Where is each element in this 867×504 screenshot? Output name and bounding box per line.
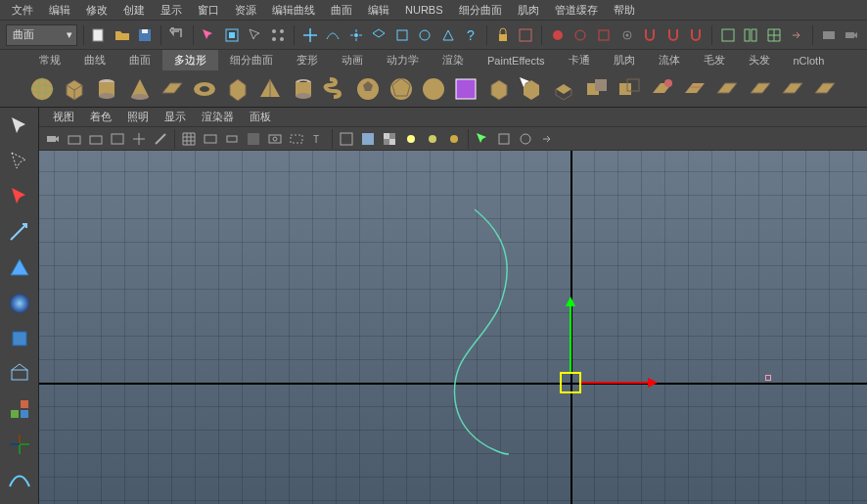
vt-lock-camera-icon[interactable] — [65, 129, 84, 149]
poly-pyramid-icon[interactable] — [256, 74, 285, 104]
snap-grid-icon[interactable] — [300, 24, 320, 46]
poly-combine-icon[interactable] — [484, 74, 513, 104]
view-compass-icon[interactable] — [4, 429, 35, 460]
menu-subdiv[interactable]: 细分曲面 — [451, 1, 510, 20]
poly-extract-icon[interactable] — [517, 74, 545, 104]
select-hierarchy-icon[interactable] — [222, 24, 242, 46]
tab-ncloth[interactable]: nCloth — [782, 52, 837, 69]
camera-icon[interactable] — [843, 24, 862, 46]
render-settings-icon[interactable] — [617, 24, 637, 46]
poly-sphere-icon[interactable] — [27, 74, 56, 104]
magnet-2-icon[interactable] — [663, 24, 683, 46]
tab-polygons[interactable]: 多边形 — [162, 50, 218, 70]
vt-isolate-icon[interactable] — [473, 129, 492, 149]
vt-bookmark-icon[interactable] — [86, 129, 106, 149]
render-frame-icon[interactable] — [548, 24, 568, 46]
poly-torus-icon[interactable] — [191, 74, 219, 104]
menu-help[interactable]: 帮助 — [606, 1, 643, 20]
vt-export-icon[interactable] — [537, 129, 557, 149]
menu-edit2[interactable]: 编辑 — [360, 1, 397, 20]
poly-split-icon[interactable] — [680, 74, 708, 104]
layout-3-icon[interactable] — [764, 24, 784, 46]
make-live-icon[interactable] — [438, 24, 458, 46]
vt-xray-icon[interactable] — [494, 129, 514, 149]
poly-pipe-icon[interactable] — [289, 74, 317, 104]
lasso-tool-icon[interactable] — [4, 147, 35, 178]
poly-merge-icon[interactable] — [713, 74, 742, 104]
vt-2d-pan-icon[interactable] — [129, 129, 149, 149]
vt-grease-icon[interactable] — [151, 129, 170, 149]
poly-cone-icon[interactable] — [125, 74, 154, 104]
snap-plane-icon[interactable] — [369, 24, 388, 46]
scale-tool-icon[interactable] — [4, 288, 35, 319]
open-scene-icon[interactable] — [113, 24, 132, 46]
tab-hair[interactable]: 头发 — [737, 50, 782, 70]
vt-gate-mask-icon[interactable] — [244, 129, 263, 149]
poly-type-icon[interactable] — [419, 74, 447, 104]
layout-2-icon[interactable] — [742, 24, 761, 46]
vmenu-renderer[interactable]: 渲染器 — [194, 108, 242, 126]
poly-plane-icon[interactable] — [158, 74, 186, 104]
vt-xray-joint-icon[interactable] — [516, 129, 535, 149]
snap-live-icon[interactable] — [392, 24, 412, 46]
vt-wireframe-icon[interactable] — [337, 129, 356, 149]
menu-create[interactable]: 创建 — [115, 1, 153, 20]
poly-extrude-icon[interactable] — [550, 74, 578, 104]
show-manip-icon[interactable] — [4, 393, 35, 425]
menu-surface[interactable]: 曲面 — [323, 1, 360, 20]
poly-helix-icon[interactable] — [321, 74, 349, 104]
last-tool-icon[interactable] — [4, 464, 35, 495]
tab-subdiv[interactable]: 细分曲面 — [218, 50, 285, 70]
poly-mirror-icon[interactable] — [811, 74, 840, 104]
menu-assets[interactable]: 资源 — [227, 1, 264, 20]
vmenu-lighting[interactable]: 照明 — [119, 108, 157, 126]
vt-field-chart-icon[interactable] — [265, 129, 285, 149]
menu-edit[interactable]: 编辑 — [41, 1, 78, 20]
vt-light-icon[interactable] — [401, 129, 421, 149]
vt-resolution-gate-icon[interactable] — [222, 129, 242, 149]
poly-append-icon[interactable] — [648, 74, 676, 104]
poly-bevel-icon[interactable] — [746, 74, 774, 104]
save-scene-icon[interactable] — [136, 24, 156, 46]
menu-muscle[interactable]: 肌肉 — [510, 1, 547, 20]
menuset-dropdown[interactable]: 曲面 — [6, 24, 77, 46]
poly-platonic-icon[interactable] — [387, 74, 415, 104]
vt-grid-icon[interactable] — [179, 129, 199, 149]
vt-smooth-shade-icon[interactable] — [358, 129, 378, 149]
lock-icon[interactable] — [493, 24, 513, 46]
new-scene-icon[interactable] — [90, 24, 110, 46]
tab-general[interactable]: 常规 — [27, 50, 72, 70]
undo-icon[interactable] — [167, 24, 187, 46]
poly-soccer-icon[interactable] — [354, 74, 383, 104]
menu-nurbs[interactable]: NURBS — [397, 2, 451, 18]
paint-select-tool-icon[interactable] — [4, 182, 35, 213]
go-to-icon[interactable] — [788, 24, 807, 46]
vmenu-panels[interactable]: 面板 — [242, 108, 279, 126]
select-tool-icon[interactable] — [4, 112, 35, 143]
poly-prism-icon[interactable] — [223, 74, 251, 104]
rotate-tool-icon[interactable] — [4, 252, 35, 284]
history-icon[interactable] — [517, 24, 536, 46]
vmenu-show[interactable]: 显示 — [157, 108, 194, 126]
poly-smooth-icon[interactable] — [615, 74, 643, 104]
tab-dyn[interactable]: 动力学 — [375, 50, 431, 70]
menu-modify[interactable]: 修改 — [78, 1, 115, 20]
menu-pipeline[interactable]: 管道缓存 — [547, 1, 606, 20]
vt-film-gate-icon[interactable] — [201, 129, 220, 149]
help-icon[interactable]: ? — [462, 24, 481, 46]
poly-selected-icon[interactable] — [452, 74, 480, 104]
poly-cube-icon[interactable] — [60, 74, 88, 104]
tab-surfaces[interactable]: 曲面 — [117, 50, 162, 70]
vt-safe-title-icon[interactable]: T — [308, 129, 328, 149]
tab-toon[interactable]: 卡通 — [557, 50, 602, 70]
menu-display[interactable]: 显示 — [153, 1, 190, 20]
ipr-render-icon[interactable] — [571, 24, 591, 46]
vmenu-view[interactable]: 视图 — [45, 108, 82, 126]
film-icon[interactable] — [819, 24, 839, 46]
tab-fluids[interactable]: 流体 — [647, 50, 692, 70]
snap-curve-icon[interactable] — [323, 24, 342, 46]
poly-cylinder-icon[interactable] — [93, 74, 121, 104]
tab-muscle[interactable]: 肌肉 — [602, 50, 647, 70]
select-by-name-icon[interactable] — [200, 24, 219, 46]
magnet-1-icon[interactable] — [640, 24, 660, 46]
